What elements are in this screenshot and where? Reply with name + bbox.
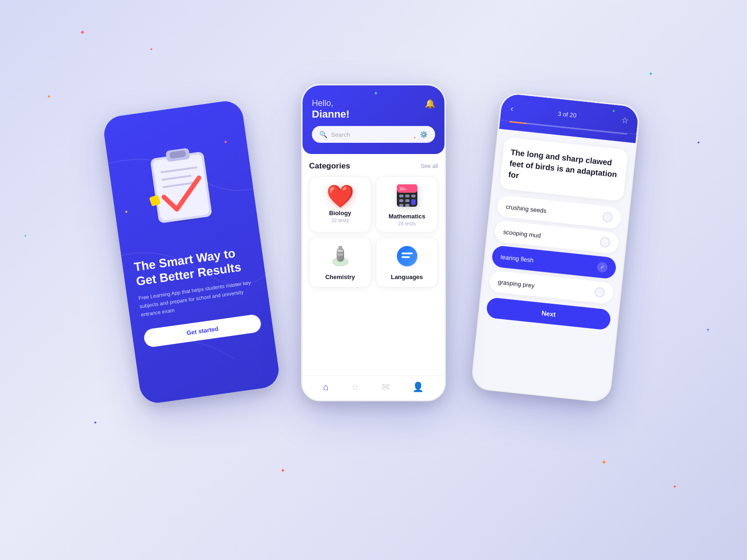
nav-home-icon[interactable]: ⌂: [323, 382, 329, 392]
svg-rect-23: [338, 250, 343, 252]
answer-radio: [602, 212, 613, 223]
notification-bell-icon[interactable]: 🔔: [425, 98, 435, 109]
svg-rect-11: [399, 195, 403, 197]
svg-rect-2: [153, 154, 210, 221]
phone-left: ✦ ✦: [102, 99, 281, 405]
sparkle-decoration: ✦: [672, 483, 677, 490]
svg-rect-27: [402, 256, 410, 258]
greeting-text: Hello, Dianne!: [312, 98, 435, 120]
categories-title: Categories: [309, 161, 350, 171]
category-card-languages[interactable]: Languages: [376, 237, 438, 287]
header-sparkle-orange: ✦: [413, 136, 416, 140]
category-card-chemistry[interactable]: Chemistry: [309, 237, 371, 287]
categories-header: Categories See all: [309, 161, 438, 171]
svg-rect-12: [405, 195, 409, 197]
center-phone-content: ✦ ✦ Hello, Dianne! 🔔 🔍 Search ⚙️ Categor…: [303, 85, 444, 400]
nav-messages-icon[interactable]: ✉: [382, 381, 390, 392]
sparkle-yellow: ✦: [124, 209, 128, 215]
sparkle-decoration: ✦: [47, 93, 51, 100]
categories-grid: ❤️ Biology 32 tests: [309, 176, 438, 287]
sparkle-decoration: +: [706, 327, 710, 333]
svg-text:30+: 30+: [399, 187, 407, 191]
sparkle-decoration: ✦: [149, 47, 153, 52]
svg-rect-22: [338, 246, 342, 249]
filter-icon[interactable]: ⚙️: [420, 131, 428, 138]
question-counter: 3 of 20: [557, 110, 577, 119]
svg-rect-17: [399, 204, 403, 207]
see-all-link[interactable]: See all: [421, 163, 438, 169]
svg-rect-16: [411, 199, 416, 205]
bookmark-icon[interactable]: ☆: [620, 115, 629, 126]
search-icon: 🔍: [319, 131, 327, 138]
biology-icon: ❤️: [326, 183, 354, 210]
sparkle-red: ✦: [223, 139, 228, 146]
nav-favorites-icon[interactable]: ☆: [351, 381, 359, 392]
get-started-button[interactable]: Get started: [143, 314, 262, 348]
back-button[interactable]: ‹: [510, 104, 514, 114]
answers-list: crushing seeds scooping mud tearing fles…: [482, 195, 628, 306]
question-card: The long and sharp clawed feet of birds …: [499, 137, 628, 202]
question-text: The long and sharp clawed feet of birds …: [508, 147, 620, 191]
phone-right: ‹ 3 of 20 ☆ ✦ The long and sharp clawed …: [470, 91, 641, 403]
svg-rect-26: [402, 252, 413, 254]
chemistry-icon: [328, 244, 352, 273]
sparkle-decoration: ✦: [23, 233, 27, 238]
category-card-mathematics[interactable]: 30+ Mathematics 28 tests: [376, 176, 438, 232]
sparkle-decoration: ✦: [697, 140, 700, 145]
svg-rect-15: [405, 199, 409, 202]
clipboard-illustration: [139, 136, 224, 230]
answer-radio: [599, 237, 611, 248]
answer-radio: [594, 287, 605, 298]
svg-rect-14: [399, 199, 403, 202]
languages-icon: [395, 244, 419, 273]
center-body: Categories See all ❤️ Biology 32 tests: [303, 154, 444, 375]
search-bar[interactable]: 🔍 Search ⚙️: [312, 126, 435, 143]
phones-container: ✦ ✦: [93, 70, 654, 490]
category-card-biology[interactable]: ❤️ Biology 32 tests: [309, 176, 371, 232]
search-placeholder: Search: [331, 131, 416, 138]
right-phone-content: ‹ 3 of 20 ☆ ✦ The long and sharp clawed …: [472, 93, 640, 401]
answer-check-icon: ✓: [597, 262, 608, 273]
header-sparkle-teal: ✦: [374, 90, 378, 97]
bottom-navigation: ⌂ ☆ ✉ 👤: [303, 375, 444, 400]
svg-rect-24: [338, 253, 343, 256]
left-phone-content: ✦ ✦: [102, 99, 281, 405]
phone-center: ✦ ✦ Hello, Dianne! 🔔 🔍 Search ⚙️ Categor…: [301, 84, 446, 401]
svg-rect-13: [411, 195, 416, 197]
sparkle-decoration: ✦: [79, 28, 85, 37]
nav-profile-icon[interactable]: 👤: [412, 381, 424, 392]
center-header: ✦ ✦ Hello, Dianne! 🔔 🔍 Search ⚙️: [303, 85, 444, 154]
header-sparkle: ✦: [612, 108, 616, 114]
math-icon: 30+: [395, 183, 419, 213]
svg-rect-18: [405, 204, 409, 207]
